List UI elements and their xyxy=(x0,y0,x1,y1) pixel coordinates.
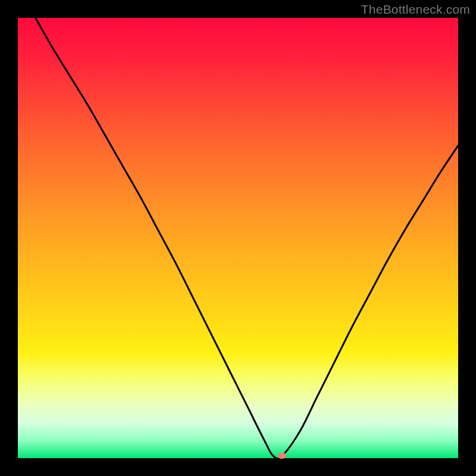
watermark-text: TheBottleneck.com xyxy=(361,2,470,17)
chart-frame: TheBottleneck.com xyxy=(0,0,476,476)
plot-area xyxy=(18,18,458,458)
optimal-point-marker xyxy=(278,453,286,459)
curve-svg xyxy=(18,18,458,458)
bottleneck-curve xyxy=(36,18,458,459)
